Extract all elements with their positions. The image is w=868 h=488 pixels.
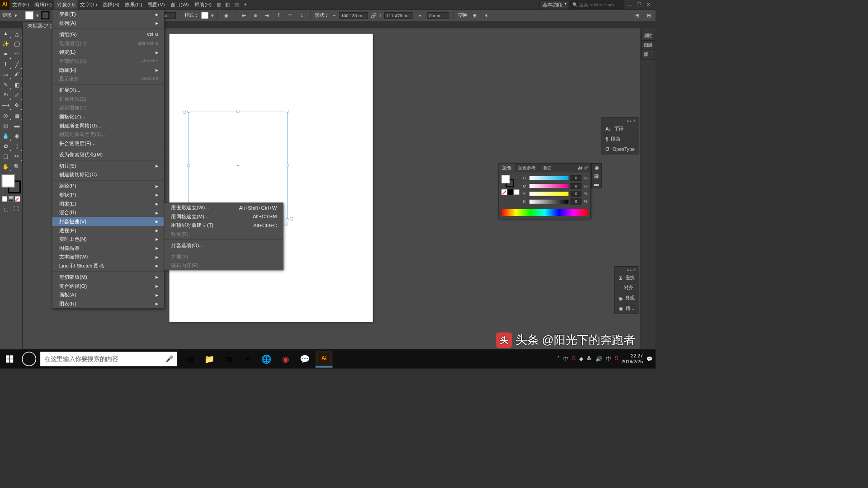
- music-icon[interactable]: ◉: [277, 351, 294, 368]
- none-swatch[interactable]: [501, 189, 507, 195]
- resize-handle[interactable]: [286, 164, 288, 167]
- layout-icon[interactable]: ▦: [214, 0, 223, 9]
- menu-item[interactable]: 排列(A)▶: [52, 19, 165, 28]
- tray-network-icon[interactable]: 🖧: [586, 356, 592, 363]
- corner-icon[interactable]: ⌐: [416, 11, 425, 20]
- menu-item[interactable]: 文本绕排(W)▶: [52, 253, 165, 262]
- explorer-icon[interactable]: 📁: [201, 351, 218, 368]
- corner-widget[interactable]: [183, 111, 186, 114]
- paragraph-panel-item[interactable]: ¶段落: [602, 134, 638, 145]
- arrange-icon[interactable]: ◧: [223, 0, 232, 9]
- white-swatch[interactable]: [514, 189, 519, 195]
- free-transform-tool[interactable]: ✥: [11, 100, 23, 110]
- menu-item[interactable]: 拼合透明度(F)...: [52, 139, 165, 148]
- spectrum-bar[interactable]: [501, 209, 587, 216]
- more-icon[interactable]: ▾: [482, 11, 491, 20]
- gpu-icon[interactable]: ▤: [232, 0, 241, 9]
- menu-item[interactable]: 图像描摹▶: [52, 244, 165, 253]
- menu-file[interactable]: 文件(F): [9, 0, 32, 9]
- screen-mode[interactable]: ⛶: [12, 204, 20, 214]
- notifications-icon[interactable]: 💬: [646, 356, 652, 361]
- brushes-icon[interactable]: ▬: [592, 180, 601, 188]
- corner-widget[interactable]: [284, 222, 288, 226]
- corner-input[interactable]: [428, 12, 449, 19]
- close-button[interactable]: ✕: [645, 1, 653, 8]
- menu-item[interactable]: 形状(P)▶: [52, 190, 165, 199]
- style-swatch[interactable]: [202, 12, 208, 19]
- selection-tool[interactable]: ▲: [0, 28, 11, 39]
- align-center-icon[interactable]: ≡: [251, 11, 260, 20]
- color-slider-m[interactable]: M0%: [523, 183, 587, 189]
- wechat-icon[interactable]: 💬: [297, 351, 314, 368]
- tray-ime2-icon[interactable]: 中: [606, 356, 611, 363]
- dock-label-libraries[interactable]: 库: [641, 50, 655, 59]
- draw-normal[interactable]: ◻: [2, 204, 11, 214]
- menu-item[interactable]: 图案(E)▶: [52, 199, 165, 208]
- task-view-icon[interactable]: ⊞: [182, 351, 199, 368]
- illustrator-taskbar-icon[interactable]: Ai: [316, 351, 333, 368]
- menu-help[interactable]: 帮助(H): [192, 0, 214, 9]
- panel-menu-icon[interactable]: ▸▸: [627, 267, 632, 272]
- resize-handle[interactable]: [286, 218, 288, 221]
- tray-sogou2-icon[interactable]: S: [614, 356, 618, 363]
- color-mode-solid[interactable]: [2, 196, 7, 202]
- color-mode-gradient[interactable]: [9, 196, 14, 202]
- eraser-tool[interactable]: ◧: [11, 80, 23, 90]
- menu-edit[interactable]: 编辑(E): [32, 0, 54, 9]
- tray-sogou-icon[interactable]: S: [572, 356, 576, 363]
- submenu-item[interactable]: 封套选项(O)...: [164, 241, 283, 250]
- transform-panel-item[interactable]: ⊞变换: [615, 272, 638, 283]
- menu-item[interactable]: 编组(G)Ctrl+G: [52, 30, 165, 39]
- tray-volume-icon[interactable]: 🔊: [595, 356, 602, 363]
- color-mode-none[interactable]: [15, 196, 20, 202]
- menu-item[interactable]: 隐藏(H)▶: [52, 66, 165, 75]
- mail-icon[interactable]: ✉: [239, 351, 256, 368]
- blend-tool[interactable]: ◉: [11, 131, 23, 141]
- type-tool[interactable]: T: [0, 59, 11, 70]
- menu-item[interactable]: 切片(S)▶: [52, 161, 165, 170]
- tab-gradient[interactable]: 渐变: [539, 164, 555, 173]
- close-icon[interactable]: ✕: [632, 267, 637, 272]
- menu-view[interactable]: 视图(V): [145, 0, 168, 9]
- prefs-icon[interactable]: ⊟: [645, 11, 654, 20]
- fill-color[interactable]: [1, 174, 14, 188]
- color-theme-icon[interactable]: ◉: [592, 164, 601, 172]
- color-slider-y[interactable]: Y0%: [523, 191, 587, 197]
- width-input[interactable]: [340, 12, 368, 19]
- align-left-icon[interactable]: ⇤: [239, 11, 248, 20]
- lasso-tool[interactable]: ◯: [11, 38, 23, 49]
- paintbrush-tool[interactable]: 🖌: [11, 69, 23, 80]
- menu-item[interactable]: 栅格化(Z)...: [52, 112, 165, 121]
- scale-tool[interactable]: ⤢: [11, 90, 23, 100]
- gradient-tool[interactable]: ▬: [11, 121, 23, 131]
- restore-button[interactable]: ❐: [635, 1, 643, 8]
- workspace-switcher[interactable]: 基本功能: [539, 1, 568, 9]
- align-right-icon[interactable]: ⇥: [263, 11, 272, 20]
- menu-item[interactable]: 透视(P)▶: [52, 226, 165, 235]
- color-slider-k[interactable]: K0%: [523, 199, 587, 205]
- menu-select[interactable]: 选择(S): [100, 0, 123, 9]
- symbol-sprayer-tool[interactable]: ✿: [0, 141, 11, 151]
- resize-handle[interactable]: [188, 110, 190, 113]
- tray-ime-icon[interactable]: 中: [563, 356, 569, 363]
- menu-item[interactable]: 实时上色(N)▶: [52, 235, 165, 244]
- isolate-icon[interactable]: ⊞: [470, 11, 479, 20]
- align-panel-item[interactable]: ≡对齐: [615, 283, 638, 293]
- pathfinder-panel-item[interactable]: ▣路...: [615, 303, 638, 314]
- rectangle-tool[interactable]: ▭: [0, 69, 11, 80]
- submenu-item[interactable]: 用顶层对象建立(T)Alt+Ctrl+C: [164, 221, 283, 230]
- sync-icon[interactable]: ✦: [241, 0, 250, 9]
- curvature-tool[interactable]: 〰: [11, 49, 23, 59]
- perspective-grid-tool[interactable]: ▦: [11, 110, 23, 121]
- black-swatch[interactable]: [508, 189, 513, 195]
- color-slider-c[interactable]: C0%: [523, 175, 587, 181]
- store-icon[interactable]: 🛍: [220, 351, 237, 368]
- slice-tool[interactable]: ✂: [11, 151, 23, 162]
- tab-color[interactable]: 颜色: [499, 164, 514, 173]
- search-stock-input[interactable]: 🔍 搜索 Adobe Stock: [570, 1, 624, 9]
- menu-item[interactable]: 复合路径(O)▶: [52, 282, 165, 291]
- menu-item[interactable]: 图表(R)▶: [52, 299, 165, 308]
- menu-item[interactable]: 创建裁切标记(C): [52, 170, 165, 179]
- menu-item[interactable]: 画板(A)▶: [52, 291, 165, 300]
- dock-label-properties[interactable]: 属性: [641, 31, 655, 40]
